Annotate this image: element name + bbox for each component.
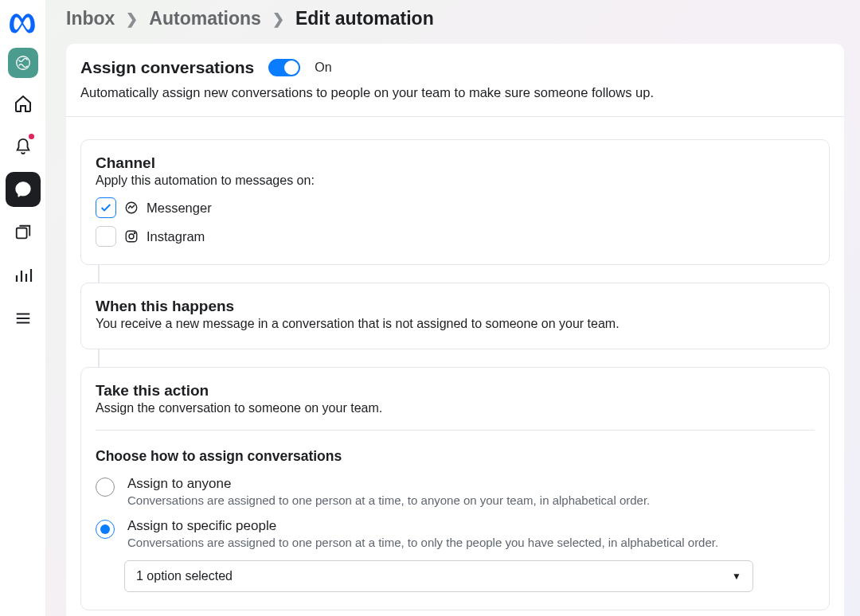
chevron-right-icon: ❯ [126, 10, 138, 28]
assign-specific-label: Assign to specific people [127, 518, 718, 534]
select-value: 1 option selected [136, 569, 233, 583]
channel-title: Channel [96, 154, 815, 172]
channel-option-instagram[interactable]: Instagram [96, 226, 815, 247]
inbox-icon[interactable] [6, 172, 41, 207]
notification-dot [29, 134, 34, 139]
when-section: When this happens You receive a new mess… [80, 283, 830, 349]
meta-logo[interactable] [7, 8, 39, 40]
assign-specific-radio[interactable] [96, 520, 115, 539]
breadcrumb-inbox[interactable]: Inbox [66, 8, 115, 29]
brand-avatar[interactable] [8, 48, 38, 78]
chevron-right-icon: ❯ [272, 10, 284, 28]
svg-point-0 [16, 57, 29, 70]
automation-header-card: Assign conversations On Automatically as… [66, 44, 844, 117]
instagram-icon [124, 229, 139, 244]
action-section: Take this action Assign the conversation… [80, 367, 830, 610]
svg-rect-1 [16, 228, 26, 239]
breadcrumb: Inbox ❯ Automations ❯ Edit automation [66, 8, 844, 29]
messenger-checkbox[interactable] [96, 197, 116, 218]
insights-icon[interactable] [6, 258, 41, 293]
automation-description: Automatically assign new conversations t… [80, 85, 828, 100]
page-title: Assign conversations [80, 58, 254, 77]
main-content: Inbox ❯ Automations ❯ Edit automation As… [45, 0, 860, 616]
assign-anyone-label: Assign to anyone [127, 476, 650, 492]
breadcrumb-current: Edit automation [295, 8, 434, 29]
instagram-label: Instagram [147, 229, 205, 244]
left-sidebar [0, 0, 45, 616]
caret-down-icon: ▼ [732, 571, 741, 582]
messenger-label: Messenger [147, 201, 212, 216]
toggle-state-label: On [315, 60, 331, 75]
assign-specific-option[interactable]: Assign to specific people Conversations … [96, 518, 815, 549]
assign-anyone-desc: Conversations are assigned to one person… [127, 493, 650, 507]
choose-heading: Choose how to assign conversations [96, 448, 815, 465]
flow-connector [98, 265, 100, 283]
assign-anyone-radio[interactable] [96, 478, 115, 497]
home-icon[interactable] [6, 86, 41, 121]
notifications-icon[interactable] [6, 129, 41, 164]
action-title: Take this action [96, 382, 815, 400]
channel-option-messenger[interactable]: Messenger [96, 197, 815, 218]
flow-connector [98, 349, 100, 367]
automation-toggle[interactable] [268, 59, 300, 76]
assign-anyone-option[interactable]: Assign to anyone Conversations are assig… [96, 476, 815, 507]
action-subtitle: Assign the conversation to someone on yo… [96, 401, 815, 415]
messenger-icon [124, 201, 139, 215]
when-description: You receive a new message in a conversat… [96, 317, 815, 331]
svg-point-4 [129, 234, 134, 239]
people-select[interactable]: 1 option selected ▼ [124, 560, 753, 592]
breadcrumb-automations[interactable]: Automations [149, 8, 261, 29]
channel-section: Channel Apply this automation to message… [80, 139, 830, 265]
channel-subtitle: Apply this automation to messages on: [96, 173, 815, 188]
when-title: When this happens [96, 298, 815, 315]
instagram-checkbox[interactable] [96, 226, 116, 247]
posts-icon[interactable] [6, 215, 41, 250]
assign-specific-desc: Conversations are assigned to one person… [127, 536, 718, 549]
svg-point-5 [134, 232, 135, 234]
menu-icon[interactable] [6, 301, 41, 336]
